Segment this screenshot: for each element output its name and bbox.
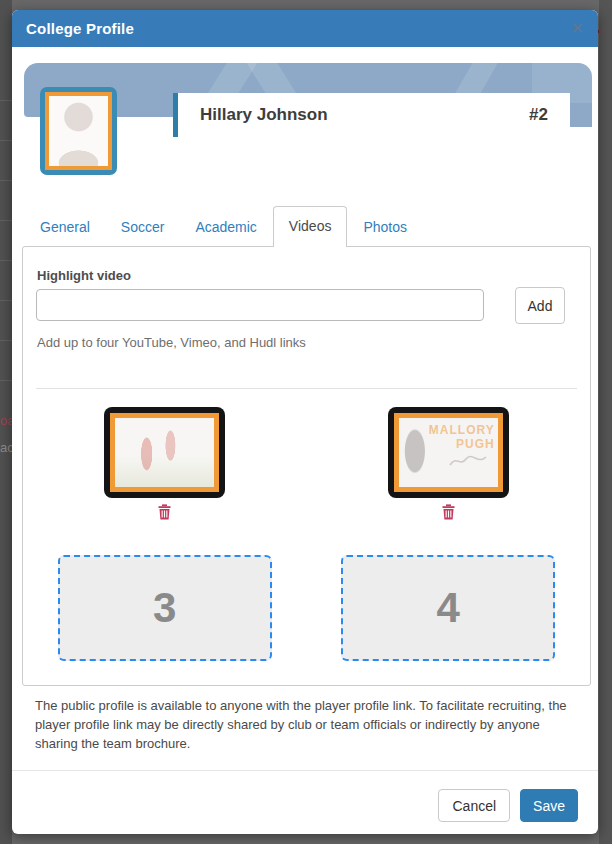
avatar-orange-frame xyxy=(45,92,112,170)
modal-title: College Profile xyxy=(26,20,134,37)
footer-divider xyxy=(12,770,598,771)
divider xyxy=(36,388,577,389)
avatar xyxy=(40,87,117,175)
tab-academic[interactable]: Academic xyxy=(195,219,256,235)
video-thumbnails-row: MALLORY PUGH xyxy=(23,407,590,522)
college-profile-modal: College Profile ✕ Hillary Johnson #2 Gen… xyxy=(12,10,598,834)
highlight-video-label: Highlight video xyxy=(37,268,131,283)
player-headshot-photo xyxy=(49,96,108,166)
background-text-fragment: ac xyxy=(0,440,12,455)
video-slot-2: MALLORY PUGH xyxy=(307,407,591,522)
add-button[interactable]: Add xyxy=(515,287,565,324)
player-name-strip: Hillary Johnson #2 xyxy=(173,93,570,137)
trash-icon xyxy=(158,504,171,520)
empty-slots-row: 3 4 xyxy=(23,555,590,661)
close-icon[interactable]: ✕ xyxy=(571,21,584,37)
signature-graphic xyxy=(448,453,488,469)
tab-general[interactable]: General xyxy=(40,219,90,235)
background-text-fragment: oa xyxy=(0,413,12,428)
videos-tab-panel: Highlight video Add Add up to four YouTu… xyxy=(22,246,591,686)
video-thumbnail-2[interactable]: MALLORY PUGH xyxy=(388,407,509,498)
slot-number: 4 xyxy=(437,584,460,632)
video-slot-1 xyxy=(23,407,307,522)
name-accent-bar xyxy=(173,93,178,137)
tab-soccer[interactable]: Soccer xyxy=(121,219,165,235)
profile-tabs: General Soccer Academic Videos Photos xyxy=(40,205,438,248)
highlight-video-input[interactable] xyxy=(36,289,484,321)
soccer-highlight-thumbnail xyxy=(115,418,214,487)
video-slot-4: 4 xyxy=(307,555,591,661)
player-titlecard-thumbnail: MALLORY PUGH xyxy=(399,418,498,487)
empty-video-slot-3[interactable]: 3 xyxy=(58,555,272,661)
banner-right-tail xyxy=(570,103,592,127)
video-thumbnail-1[interactable] xyxy=(104,407,225,498)
cancel-button[interactable]: Cancel xyxy=(438,789,510,822)
modal-header: College Profile ✕ xyxy=(12,10,598,47)
helper-text: Add up to four YouTube, Vimeo, and Hudl … xyxy=(37,335,306,350)
thumbnail-caption: MALLORY PUGH xyxy=(425,424,495,452)
background-table-edge: oa ac xyxy=(0,0,12,844)
save-button[interactable]: Save xyxy=(520,789,578,822)
video-slot-3: 3 xyxy=(23,555,307,661)
delete-video-1-button[interactable] xyxy=(158,504,171,522)
tab-videos[interactable]: Videos xyxy=(273,206,348,247)
footer-actions: Cancel Save xyxy=(438,789,578,822)
empty-video-slot-4[interactable]: 4 xyxy=(341,555,555,661)
player-name: Hillary Johnson xyxy=(200,105,328,125)
tab-photos[interactable]: Photos xyxy=(363,219,407,235)
jersey-number: #2 xyxy=(529,105,548,125)
public-profile-note: The public profile is available to anyon… xyxy=(35,697,580,754)
delete-video-2-button[interactable] xyxy=(442,504,455,522)
slot-number: 3 xyxy=(153,584,176,632)
video-slots: MALLORY PUGH xyxy=(23,407,590,661)
trash-icon xyxy=(442,504,455,520)
screen: oa ac College Profile ✕ Hillary Johnson … xyxy=(0,0,612,844)
background-page-edge xyxy=(599,0,612,844)
